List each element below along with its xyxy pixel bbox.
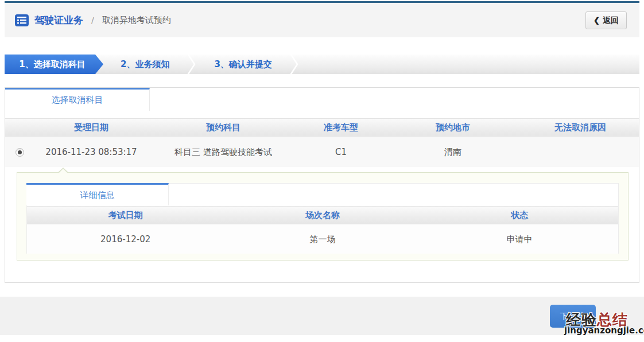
list-icon [15, 14, 29, 26]
step-2-label: 2、业务须知 [121, 59, 169, 70]
header-accept-date: 受理日期 [34, 122, 149, 133]
step-bar: 1、选择取消科目 2、业务须知 3、确认并提交 [5, 55, 639, 74]
header-exam-date: 考试日期 [27, 210, 224, 221]
watermark-site: jingyanzongjie.com [564, 325, 644, 336]
header-city: 预约地市 [384, 122, 522, 133]
detail-box: 详细信息 考试日期 场次名称 状态 2016-12-02 第一场 申请中 [26, 183, 619, 254]
back-button-label: 返回 [603, 15, 619, 26]
back-button[interactable]: ❮ 返回 [585, 11, 627, 29]
cell-exam-date: 2016-12-02 [27, 234, 224, 244]
cell-accept-date: 2016-11-23 08:53:17 [34, 147, 149, 157]
appointment-row[interactable]: 2016-11-23 08:53:17 科目三 道路驾驶技能考试 C1 渭南 [5, 137, 639, 167]
step-3-label: 3、确认并提交 [214, 59, 271, 70]
tab-select-cancel-subject-label: 选择取消科目 [52, 95, 103, 106]
footer-bar [0, 297, 644, 335]
step-3-confirm-submit[interactable]: 3、确认并提交 [197, 55, 289, 74]
breadcrumb-separator: / [91, 15, 94, 25]
tab-detail-info[interactable]: 详细信息 [26, 183, 169, 205]
appointment-radio[interactable] [15, 148, 24, 157]
cell-vehicle-type: C1 [298, 147, 384, 157]
detail-caret-icon [57, 169, 69, 175]
step-1-select-subject[interactable]: 1、选择取消科目 [5, 55, 103, 74]
cell-status: 申请中 [421, 234, 618, 245]
header-vehicle-type: 准考车型 [298, 122, 384, 133]
detail-row: 2016-12-02 第一场 申请中 [27, 225, 618, 254]
step-1-label: 1、选择取消科目 [19, 59, 85, 70]
breadcrumb: 取消异地考试预约 [102, 15, 171, 26]
detail-panel: 详细信息 考试日期 场次名称 状态 2016-12-02 第一场 申请中 [17, 172, 629, 261]
page-header: 驾驶证业务 / 取消异地考试预约 ❮ 返回 [5, 3, 639, 37]
tab-detail-info-label: 详细信息 [80, 190, 115, 201]
detail-table-header: 考试日期 场次名称 状态 [27, 206, 618, 224]
step-2-notice[interactable]: 2、业务须知 [103, 55, 187, 74]
chevron-separator-icon [289, 55, 300, 74]
chevron-left-icon: ❮ [593, 16, 600, 25]
header-status: 状态 [421, 210, 618, 221]
tab-select-cancel-subject[interactable]: 选择取消科目 [5, 88, 150, 111]
header-subject: 预约科目 [149, 122, 298, 133]
content-panel: 选择取消科目 受理日期 预约科目 准考车型 预约地市 无法取消原因 2016-1… [5, 87, 639, 283]
header-cancel-reason: 无法取消原因 [522, 122, 639, 133]
cell-subject: 科目三 道路驾驶技能考试 [149, 147, 298, 158]
header-session-name: 场次名称 [224, 210, 421, 221]
chevron-separator-icon [187, 55, 197, 74]
appointments-table-header: 受理日期 预约科目 准考车型 预约地市 无法取消原因 [5, 118, 639, 137]
page-title: 驾驶证业务 [34, 14, 83, 27]
cell-city: 渭南 [384, 147, 522, 158]
cell-session-name: 第一场 [224, 234, 421, 245]
